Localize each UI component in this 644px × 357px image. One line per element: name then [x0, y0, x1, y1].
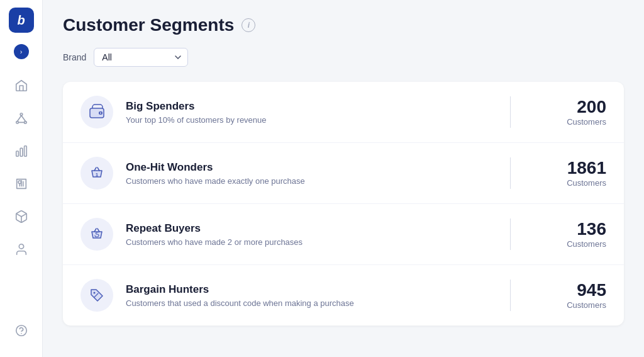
svg-line-3 — [17, 115, 21, 121]
segment-divider — [510, 280, 511, 311]
brand-filter-select[interactable]: All Brand A Brand B Brand C — [94, 48, 188, 67]
svg-text:1: 1 — [96, 172, 99, 178]
filter-bar: Brand All Brand A Brand B Brand C — [63, 48, 624, 67]
svg-point-18 — [94, 292, 96, 294]
repeat-buyers-desc: Customers who have made 2 or more purcha… — [126, 237, 490, 247]
one-hit-wonders-info: One-Hit Wonders Customers who have made … — [126, 161, 490, 186]
reports-icon — [14, 177, 28, 191]
bargain-hunters-desc: Customers that used a discount code when… — [126, 298, 490, 308]
segments-list: Big Spenders Your top 10% of customers b… — [63, 82, 624, 326]
main-content: Customer Segments i Brand All Brand A Br… — [43, 0, 644, 357]
analytics-icon — [14, 144, 28, 158]
wallet-icon — [88, 103, 106, 121]
one-hit-wonders-desc: Customers who have made exactly one purc… — [126, 176, 490, 186]
one-hit-wonders-count-label: Customers — [531, 178, 606, 188]
bargain-hunters-count-number: 945 — [531, 281, 606, 300]
one-hit-wonders-count-number: 1861 — [531, 159, 606, 178]
nav-bottom — [8, 317, 35, 349]
one-hit-wonders-count: 1861 Customers — [531, 159, 606, 188]
repeat-buyers-name: Repeat Buyers — [126, 222, 490, 235]
segment-row[interactable]: Bargain Hunters Customers that used a di… — [63, 265, 624, 326]
home-icon — [14, 79, 28, 93]
repeat-buyers-info: Repeat Buyers Customers who have made 2 … — [126, 222, 490, 247]
segment-row[interactable]: 1 One-Hit Wonders Customers who have mad… — [63, 143, 624, 204]
filter-label: Brand — [63, 52, 86, 62]
one-hit-wonders-name: One-Hit Wonders — [126, 161, 490, 174]
svg-rect-6 — [16, 151, 18, 156]
info-icon[interactable]: i — [242, 18, 255, 32]
svg-rect-8 — [24, 146, 26, 157]
segment-row[interactable]: Repeat Buyers Customers who have made 2 … — [63, 204, 624, 265]
bargain-hunters-name: Bargain Hunters — [126, 283, 490, 296]
sidebar-item-products[interactable] — [8, 203, 35, 230]
big-spenders-name: Big Spenders — [126, 100, 490, 113]
network-icon — [14, 111, 28, 125]
help-icon — [14, 324, 28, 337]
basket-one-icon: 1 — [88, 164, 106, 182]
page-title: Customer Segments — [63, 15, 234, 35]
sidebar-item-network[interactable] — [8, 105, 35, 132]
bargain-hunters-count-label: Customers — [531, 300, 606, 310]
basket-repeat-icon — [88, 225, 106, 243]
segment-divider — [510, 218, 511, 250]
segment-divider — [510, 96, 511, 128]
big-spenders-info: Big Spenders Your top 10% of customers b… — [126, 100, 490, 125]
segment-row[interactable]: Big Spenders Your top 10% of customers b… — [63, 82, 624, 143]
logo-text: b — [17, 14, 25, 26]
sidebar-item-customers[interactable] — [8, 235, 35, 263]
big-spenders-count-label: Customers — [531, 117, 606, 127]
repeat-buyers-count-label: Customers — [531, 239, 606, 249]
big-spenders-count: 200 Customers — [531, 98, 606, 127]
sidebar-item-home[interactable] — [8, 72, 35, 99]
sidebar-item-analytics[interactable] — [8, 137, 35, 165]
svg-line-4 — [21, 115, 25, 121]
svg-rect-7 — [20, 148, 23, 156]
nav-items — [8, 72, 35, 317]
app-logo[interactable]: b — [9, 8, 34, 33]
sidebar-item-help[interactable] — [8, 317, 35, 344]
big-spenders-icon — [80, 96, 113, 128]
big-spenders-desc: Your top 10% of customers by revenue — [126, 115, 490, 125]
bargain-hunters-icon — [80, 279, 113, 312]
segment-divider — [510, 157, 511, 189]
svg-point-11 — [19, 244, 23, 249]
svg-point-12 — [16, 326, 26, 336]
sidebar-toggle[interactable]: › — [14, 44, 29, 59]
bargain-hunters-count: 945 Customers — [531, 281, 606, 310]
one-hit-wonders-icon: 1 — [80, 157, 113, 190]
svg-point-16 — [100, 113, 101, 114]
repeat-buyers-count-number: 136 — [531, 220, 606, 239]
sidebar: b › — [0, 0, 43, 357]
products-icon — [14, 210, 28, 224]
sidebar-item-reports[interactable] — [8, 170, 35, 198]
repeat-buyers-icon — [80, 218, 113, 251]
big-spenders-count-number: 200 — [531, 98, 606, 117]
customers-icon — [14, 242, 28, 256]
page-header: Customer Segments i — [63, 15, 624, 35]
bargain-hunters-info: Bargain Hunters Customers that used a di… — [126, 283, 490, 308]
repeat-buyers-count: 136 Customers — [531, 220, 606, 249]
tag-icon — [88, 286, 106, 304]
